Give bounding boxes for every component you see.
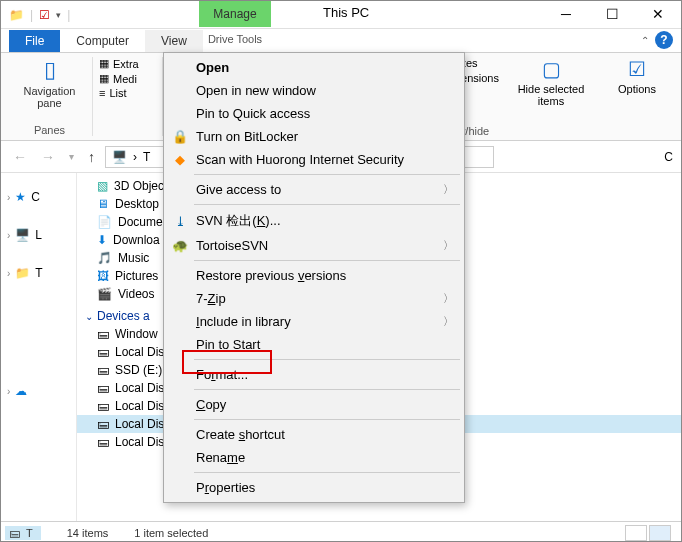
cm-pin-quick-access[interactable]: Pin to Quick access <box>166 102 462 125</box>
layout-extra-label: Extra <box>113 58 139 70</box>
navigation-pane-icon: ▯ <box>44 57 56 83</box>
tortoisesvn-icon: 🐢 <box>172 238 188 253</box>
contextual-tab-manage[interactable]: Manage <box>199 1 271 27</box>
up-button[interactable]: ↑ <box>84 149 99 165</box>
recent-locations-button[interactable]: ▾ <box>65 151 78 162</box>
options-label: Options <box>618 83 656 95</box>
cm-huorong-scan[interactable]: ◆Scan with Huorong Internet Security <box>166 148 462 171</box>
drive-icon: 🖴 <box>97 381 109 395</box>
submenu-arrow-icon: 〉 <box>443 182 454 197</box>
maximize-button[interactable]: ☐ <box>589 1 635 27</box>
music-icon: 🎵 <box>97 251 112 265</box>
desktop-icon: 🖥 <box>97 197 109 211</box>
qat-sep-icon: | <box>30 8 33 22</box>
tab-view[interactable]: View <box>145 30 203 52</box>
chevron-right-icon[interactable]: › <box>7 268 10 279</box>
navigation-tree[interactable]: ›★C ›🖥️L ›📁T ›☁ <box>1 173 77 521</box>
layout-gallery[interactable]: ▦Extra ▦Medi ≡List <box>99 57 156 99</box>
nav-item-1[interactable]: L <box>35 228 42 242</box>
qat-divider-icon: | <box>67 8 70 22</box>
cm-rename[interactable]: Rename <box>166 446 462 469</box>
search-tail: C <box>664 150 673 164</box>
bitlocker-icon: 🔒 <box>172 129 188 144</box>
this-pc-icon: 🖥️ <box>112 150 127 164</box>
drive-icon: 🖴 <box>97 327 109 341</box>
window-controls: ─ ☐ ✕ <box>543 1 681 27</box>
downloads-icon: ⬇ <box>97 233 107 247</box>
drive-icon: 🖴 <box>97 417 109 431</box>
hide-selected-icon: ▢ <box>542 57 561 81</box>
icons-view-button[interactable] <box>649 525 671 541</box>
help-button[interactable]: ? <box>655 31 673 49</box>
cm-svn-checkout[interactable]: ⤓SVN 检出(K)... <box>166 208 462 234</box>
cm-bitlocker[interactable]: 🔒Turn on BitLocker <box>166 125 462 148</box>
cm-separator <box>194 174 460 175</box>
navigation-pane-button[interactable]: ▯ Navigation pane <box>13 57 86 109</box>
cm-open-new-window[interactable]: Open in new window <box>166 79 462 102</box>
documents-icon: 📄 <box>97 215 112 229</box>
breadcrumb-item[interactable]: T <box>143 150 150 164</box>
cm-7zip[interactable]: 7-Zip〉 <box>166 287 462 310</box>
options-button[interactable]: ☑ Options <box>603 57 671 95</box>
onedrive-icon: ☁ <box>15 384 27 398</box>
panes-group-label: Panes <box>13 124 86 136</box>
videos-icon: 🎬 <box>97 287 112 301</box>
drive-icon: 🖴 <box>97 363 109 377</box>
drive-icon: 🖴 <box>97 435 109 449</box>
tab-file[interactable]: File <box>9 30 60 52</box>
cm-restore-versions[interactable]: Restore previous versions <box>166 264 462 287</box>
cm-create-shortcut[interactable]: Create shortcut <box>166 423 462 446</box>
cm-tortoisesvn[interactable]: 🐢TortoiseSVN〉 <box>166 234 462 257</box>
cm-separator <box>194 260 460 261</box>
title-bar: 📁 | ☑ ▾ | Manage This PC ─ ☐ ✕ <box>1 1 681 29</box>
cm-give-access-to[interactable]: Give access to〉 <box>166 178 462 201</box>
layout-list-label: List <box>109 87 126 99</box>
details-view-button[interactable] <box>625 525 647 541</box>
qat-overflow-icon[interactable]: ▾ <box>56 10 61 20</box>
nav-item-2[interactable]: T <box>35 266 42 280</box>
layout-medium-label: Medi <box>113 73 137 85</box>
tab-drive-tools[interactable]: Drive Tools <box>199 29 271 45</box>
qat-checkbox-icon[interactable]: ☑ <box>39 8 50 22</box>
cm-separator <box>194 359 460 360</box>
chevron-right-icon[interactable]: › <box>7 192 10 203</box>
options-icon: ☑ <box>628 57 646 81</box>
forward-button[interactable]: → <box>37 149 59 165</box>
status-bar: 🖴 T 14 items 1 item selected <box>1 521 681 542</box>
pictures-icon: 🖼 <box>97 269 109 283</box>
window-title: This PC <box>323 5 369 20</box>
nav-item-0[interactable]: C <box>31 190 40 204</box>
cm-separator <box>194 204 460 205</box>
cm-open[interactable]: Open <box>166 56 462 79</box>
hide-selected-button[interactable]: ▢ Hide selected items <box>517 57 585 107</box>
chevron-right-icon[interactable]: › <box>7 386 10 397</box>
cm-pin-start[interactable]: Pin to Start <box>166 333 462 356</box>
3d-objects-icon: ▧ <box>97 179 108 193</box>
context-menu: Open Open in new window Pin to Quick acc… <box>163 52 465 503</box>
huorong-icon: ◆ <box>172 152 188 167</box>
back-button[interactable]: ← <box>9 149 31 165</box>
close-button[interactable]: ✕ <box>635 1 681 27</box>
cm-format[interactable]: Format... <box>166 363 462 386</box>
tab-computer[interactable]: Computer <box>60 30 145 52</box>
folder-icon: 📁 <box>15 266 30 280</box>
view-switcher <box>625 525 671 541</box>
cm-separator <box>194 389 460 390</box>
cm-separator <box>194 419 460 420</box>
hide-selected-label: Hide selected items <box>518 83 585 107</box>
drive-icon: 🖴 <box>97 399 109 413</box>
extra-large-icons-icon: ▦ <box>99 57 109 70</box>
cm-properties[interactable]: Properties <box>166 476 462 499</box>
monitor-icon: 🖥️ <box>15 228 30 242</box>
minimize-button[interactable]: ─ <box>543 1 589 27</box>
drive-icon: 🖴 <box>97 345 109 359</box>
chevron-right-icon[interactable]: › <box>7 230 10 241</box>
svn-checkout-icon: ⤓ <box>172 214 188 229</box>
ribbon-tabs: File Computer View Drive Tools ⌃ ? <box>1 29 681 53</box>
cm-include-library[interactable]: Include in library〉 <box>166 310 462 333</box>
ribbon-collapse-icon[interactable]: ⌃ <box>641 35 649 46</box>
medium-icons-icon: ▦ <box>99 72 109 85</box>
cm-copy[interactable]: Copy <box>166 393 462 416</box>
navigation-pane-label: Navigation pane <box>24 85 76 109</box>
qat-folder-icon[interactable]: 📁 <box>9 8 24 22</box>
